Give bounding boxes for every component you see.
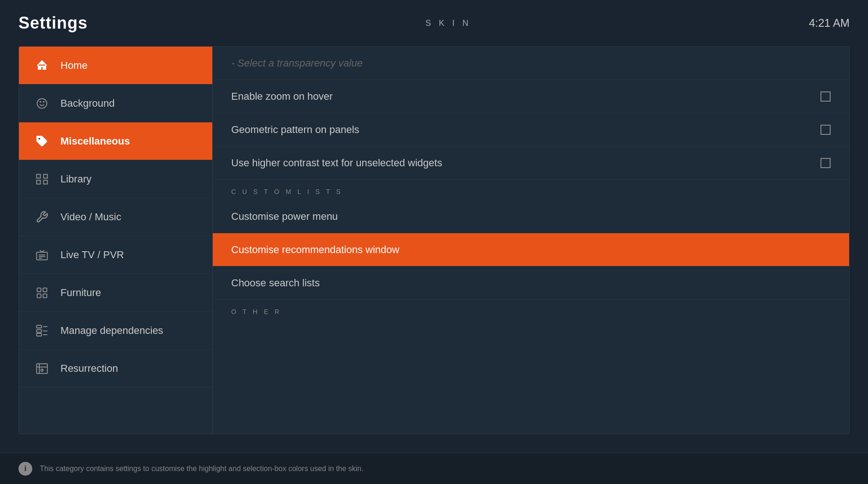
sidebar-item-label-resurrection: Resurrection — [60, 363, 118, 375]
svg-rect-17 — [43, 294, 47, 297]
miscellaneous-icon — [28, 127, 56, 155]
manage-icon — [28, 317, 56, 345]
background-icon — [28, 90, 56, 117]
svg-point-27 — [41, 369, 43, 371]
search-lists-label: Choose search lists — [231, 277, 320, 289]
sidebar-item-video-music[interactable]: Video / Music — [19, 198, 212, 236]
sidebar-item-background[interactable]: Background — [19, 85, 212, 122]
info-icon: i — [18, 462, 32, 476]
content-item-transparency[interactable]: - Select a transparency value — [213, 47, 849, 80]
svg-rect-19 — [36, 329, 42, 332]
section-custom-lists: C U S T O M L I S T S — [213, 180, 849, 200]
footer: i This category contains settings to cus… — [0, 453, 868, 484]
home-icon — [28, 52, 56, 79]
content-item-search-lists[interactable]: Choose search lists — [213, 266, 849, 300]
sidebar-item-label-video: Video / Music — [60, 211, 121, 223]
contrast-checkbox[interactable] — [820, 158, 831, 168]
sidebar-item-label-background: Background — [60, 97, 114, 109]
resurrection-icon — [28, 355, 56, 382]
zoom-hover-checkbox[interactable] — [820, 91, 831, 102]
power-menu-label: Customise power menu — [231, 211, 338, 223]
sidebar-item-livetv[interactable]: Live TV / PVR — [19, 236, 212, 274]
page-title: Settings — [18, 13, 88, 33]
sidebar-item-miscellaneous[interactable]: Miscellaneous — [19, 122, 212, 160]
main-container: Home Background Miscellane — [18, 46, 850, 434]
svg-rect-6 — [44, 180, 48, 184]
sidebar-item-label-library: Library — [60, 173, 91, 185]
content-item-recommendations[interactable]: Customise recommendations window — [213, 233, 849, 266]
svg-rect-4 — [36, 174, 40, 178]
svg-rect-16 — [37, 294, 41, 297]
svg-rect-8 — [36, 252, 47, 260]
zoom-hover-label: Enable zoom on hover — [231, 91, 333, 103]
contrast-label: Use higher contrast text for unselected … — [231, 157, 442, 169]
clock: 4:21 AM — [809, 17, 850, 30]
content-panel: - Select a transparency value Enable zoo… — [213, 47, 849, 434]
svg-rect-24 — [36, 363, 47, 373]
svg-rect-15 — [43, 288, 47, 291]
sidebar-item-label-miscellaneous: Miscellaneous — [60, 135, 130, 147]
sidebar-item-label-home: Home — [60, 60, 88, 72]
content-item-geometric[interactable]: Geometric pattern on panels — [213, 113, 849, 146]
content-list: - Select a transparency value Enable zoo… — [213, 47, 849, 434]
sidebar-item-library[interactable]: Library — [19, 160, 212, 198]
sidebar-item-label-manage: Manage dependencies — [60, 325, 163, 337]
content-item-zoom-hover[interactable]: Enable zoom on hover — [213, 80, 849, 113]
sidebar-item-resurrection[interactable]: Resurrection — [19, 350, 212, 387]
sidebar-item-label-furniture: Furniture — [60, 287, 101, 299]
sidebar-item-home[interactable]: Home — [19, 47, 212, 85]
svg-rect-18 — [36, 325, 42, 328]
skin-label: S K I N — [425, 18, 471, 28]
furniture-icon — [28, 279, 56, 307]
svg-rect-20 — [36, 333, 42, 336]
content-item-power-menu[interactable]: Customise power menu — [213, 200, 849, 233]
svg-rect-14 — [37, 288, 41, 291]
sidebar-item-furniture[interactable]: Furniture — [19, 274, 212, 312]
header: Settings S K I N 4:21 AM — [0, 0, 868, 46]
footer-text: This category contains settings to custo… — [40, 465, 364, 473]
livetv-icon — [28, 241, 56, 269]
video-icon — [28, 203, 56, 231]
geometric-label: Geometric pattern on panels — [231, 124, 359, 136]
sidebar-item-manage[interactable]: Manage dependencies — [19, 312, 212, 350]
recommendations-label: Customise recommendations window — [231, 244, 399, 256]
library-icon — [28, 165, 56, 193]
svg-point-0 — [37, 98, 47, 108]
svg-rect-7 — [36, 180, 40, 184]
section-other: O T H E R — [213, 300, 849, 320]
transparency-label: - Select a transparency value — [231, 57, 363, 69]
sidebar-item-label-livetv: Live TV / PVR — [60, 249, 124, 261]
sidebar: Home Background Miscellane — [19, 47, 213, 434]
svg-rect-5 — [44, 174, 48, 178]
geometric-checkbox[interactable] — [820, 125, 831, 135]
content-item-contrast[interactable]: Use higher contrast text for unselected … — [213, 146, 849, 180]
